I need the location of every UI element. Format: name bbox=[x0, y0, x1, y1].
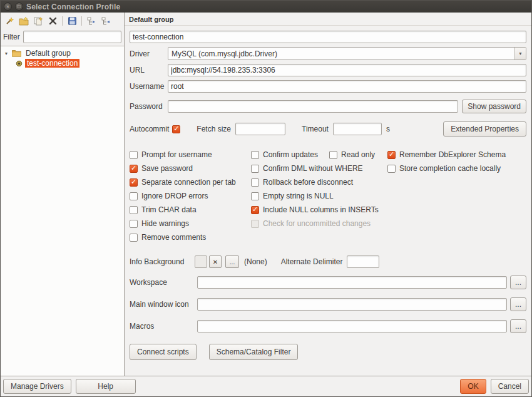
ok-button[interactable]: OK bbox=[460, 379, 486, 394]
extended-properties-button[interactable]: Extended Properties bbox=[443, 121, 526, 137]
checkbox-box: ✓ bbox=[130, 206, 138, 214]
scripts-row: Connect scripts Schema/Catalog Filter bbox=[130, 344, 526, 360]
tree-group-default[interactable]: ▼ Default group bbox=[2, 48, 123, 58]
checkbox-box: ✓ bbox=[251, 220, 259, 228]
workspace-row: Workspace ... bbox=[130, 276, 526, 289]
save-profiles-button[interactable] bbox=[65, 14, 79, 28]
show-password-button[interactable]: Show password bbox=[462, 100, 526, 113]
checkbox-check-for-uncommitted-changes: ✓ Check for uncommitted changes bbox=[251, 217, 387, 230]
connect-scripts-button[interactable]: Connect scripts bbox=[130, 344, 197, 360]
checkbox-remember-dbexplorer-schema[interactable]: ✓ Remember DbExplorer Schema bbox=[387, 148, 526, 162]
username-label: Username bbox=[130, 82, 168, 91]
name-row bbox=[130, 31, 526, 43]
password-input[interactable] bbox=[168, 100, 458, 113]
workspace-input[interactable] bbox=[197, 276, 507, 289]
workspace-browse-button[interactable]: ... bbox=[510, 276, 526, 289]
chevron-down-icon[interactable]: ▼ bbox=[514, 48, 526, 59]
fetch-size-label: Fetch size bbox=[197, 125, 231, 133]
checkbox-prompt-for-username[interactable]: ✓ Prompt for username bbox=[130, 148, 251, 162]
checkbox-read-only[interactable]: ✓ Read only bbox=[329, 148, 375, 162]
checkbox-include-null-columns-in-inserts[interactable]: ✓ Include NULL columns in INSERTs bbox=[251, 203, 387, 217]
filter-input[interactable] bbox=[23, 31, 121, 43]
new-group-button[interactable] bbox=[17, 14, 31, 28]
restore-icon: □ bbox=[18, 4, 21, 9]
color-none-label: (None) bbox=[244, 257, 267, 266]
password-label: Password bbox=[130, 102, 168, 111]
save-icon bbox=[68, 16, 77, 26]
info-background-swatch[interactable] bbox=[195, 255, 207, 268]
schema-catalog-filter-button[interactable]: Schema/Catalog Filter bbox=[209, 344, 299, 360]
connection-profile-dialog: × □ Select Connection Profile bbox=[0, 0, 532, 397]
pick-color-button[interactable]: ... bbox=[225, 255, 239, 268]
copy-profile-icon bbox=[33, 16, 43, 26]
username-row: Username bbox=[130, 80, 526, 93]
window-restore-button[interactable]: □ bbox=[15, 3, 23, 11]
username-input[interactable] bbox=[168, 80, 526, 93]
options-column-3: ✓ Remember DbExplorer Schema ✓ Store com… bbox=[387, 148, 526, 244]
info-background-label: Info Background bbox=[130, 257, 195, 266]
checkbox-ignore-drop-errors[interactable]: ✓ Ignore DROP errors bbox=[130, 189, 251, 203]
macros-browse-button[interactable]: ... bbox=[510, 319, 526, 333]
main-window-icon-label: Main window icon bbox=[130, 300, 197, 309]
expand-tree-button[interactable] bbox=[84, 14, 98, 28]
profile-list-panel: Filter ▼ Default group bbox=[1, 13, 125, 376]
checkbox-trim-char-data[interactable]: ✓ Trim CHAR data bbox=[130, 203, 251, 217]
autocommit-checkbox[interactable]: ✓ bbox=[172, 122, 180, 136]
group-header: Default group bbox=[125, 13, 531, 26]
driver-select[interactable]: MySQL (com.mysql.jdbc.Driver) ▼ bbox=[168, 47, 526, 60]
fetch-size-input[interactable] bbox=[235, 123, 285, 135]
collapse-tree-icon bbox=[101, 16, 111, 26]
checkbox-save-password[interactable]: ✓ Save password bbox=[130, 162, 251, 175]
macros-input[interactable] bbox=[197, 320, 507, 333]
profile-tree: ▼ Default group test-connection bbox=[1, 46, 124, 376]
driver-label: Driver bbox=[130, 49, 168, 58]
timeout-unit-label: s bbox=[386, 125, 390, 133]
main-window-icon-browse-button[interactable]: ... bbox=[510, 297, 526, 311]
info-background-row: Info Background ✕ ... (None) Alternate D… bbox=[130, 255, 526, 268]
alternate-delimiter-input[interactable] bbox=[347, 255, 379, 268]
window-close-button[interactable]: × bbox=[4, 3, 12, 11]
checkbox-empty-string-is-null[interactable]: ✓ Empty string is NULL bbox=[251, 189, 387, 203]
new-profile-icon bbox=[4, 16, 14, 26]
main-area: Filter ▼ Default group bbox=[1, 13, 531, 376]
tree-expander-icon[interactable]: ▼ bbox=[3, 51, 9, 56]
checkbox-hide-warnings[interactable]: ✓ Hide warnings bbox=[130, 217, 251, 230]
copy-profile-button[interactable] bbox=[31, 14, 45, 28]
tree-item-test-connection[interactable]: test-connection bbox=[14, 58, 123, 68]
titlebar: × □ Select Connection Profile bbox=[1, 1, 531, 13]
checkbox-rollback-before-disconnect[interactable]: ✓ Rollback before disconnect bbox=[251, 175, 387, 189]
profile-name-input[interactable] bbox=[130, 31, 526, 43]
new-profile-button[interactable] bbox=[3, 14, 16, 28]
checkbox-box: ✓ bbox=[251, 192, 259, 200]
profile-editor-panel: Default group Driver MySQL (com.mysql.jd… bbox=[125, 13, 531, 376]
checkbox-confirm-updates[interactable]: ✓ Confirm updates bbox=[251, 148, 318, 162]
timeout-input[interactable] bbox=[333, 123, 382, 135]
help-button[interactable]: Help bbox=[76, 379, 136, 394]
close-icon: × bbox=[6, 4, 9, 9]
filter-label: Filter bbox=[3, 33, 20, 41]
delete-profile-button[interactable] bbox=[46, 14, 59, 28]
checkbox-box: ✓ bbox=[329, 151, 337, 159]
collapse-tree-button[interactable] bbox=[99, 14, 113, 28]
checkbox-remove-comments[interactable]: ✓ Remove comments bbox=[130, 230, 251, 244]
clear-color-button[interactable]: ✕ bbox=[209, 255, 222, 268]
ellipsis-icon: ... bbox=[515, 322, 521, 331]
url-label: URL bbox=[130, 66, 168, 75]
checkbox-separate-connection-per-tab[interactable]: ✓ Separate connection per tab bbox=[130, 175, 251, 189]
checkbox-store-completion-cache-locally[interactable]: ✓ Store completion cache locally bbox=[387, 162, 526, 175]
options-row: Autocommit ✓ Fetch size Timeout s Exte bbox=[130, 121, 526, 137]
workspace-label: Workspace bbox=[130, 278, 197, 287]
url-input[interactable] bbox=[168, 64, 526, 76]
checkbox-confirm-dml-without-where[interactable]: ✓ Confirm DML without WHERE bbox=[251, 162, 387, 175]
macros-row: Macros ... bbox=[130, 319, 526, 333]
new-group-icon bbox=[19, 16, 29, 26]
autocommit-label: Autocommit bbox=[130, 125, 169, 133]
checkbox-box: ✓ bbox=[387, 151, 396, 159]
options-grid: ✓ Prompt for username ✓ Save password ✓ … bbox=[130, 148, 526, 244]
cancel-button[interactable]: Cancel bbox=[491, 379, 529, 394]
tree-group-label: Default group bbox=[24, 49, 73, 58]
manage-drivers-button[interactable]: Manage Drivers bbox=[3, 379, 71, 394]
timeout-label: Timeout bbox=[302, 125, 329, 133]
main-window-icon-input[interactable] bbox=[197, 298, 507, 311]
window-title: Select Connection Profile bbox=[26, 3, 120, 11]
